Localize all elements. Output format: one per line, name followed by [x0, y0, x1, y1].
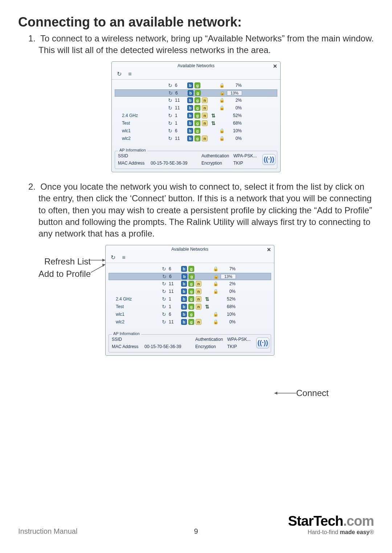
window-title: Available Networks✕	[112, 62, 280, 69]
signal-cell: 52%	[220, 296, 236, 302]
connect-button[interactable]: ((·))	[262, 154, 275, 165]
channel-cell: 11	[174, 136, 187, 141]
close-icon[interactable]: ✕	[267, 247, 271, 253]
step-2: 2. Once you locate the network you wish …	[28, 181, 374, 240]
enc-label: Encryption	[195, 344, 227, 349]
network-row[interactable]: wlc2↻11bg🔒0%	[109, 318, 271, 326]
channel-cell: 1	[174, 113, 187, 118]
available-networks-window: Available Networks✕↻≡↻6bg🔒7%↻6bg🔒13%↻11b…	[111, 61, 281, 172]
mode-g-icon: g	[188, 296, 196, 302]
network-row[interactable]: 2.4 GHz↻1bg⇅52%	[115, 112, 277, 120]
add-to-profile-icon[interactable]: ≡	[120, 254, 127, 261]
callout-connect: Connect	[296, 388, 369, 398]
mode-g-icon: g	[195, 120, 202, 126]
rescan-icon: ↻	[167, 90, 175, 96]
close-icon[interactable]: ✕	[273, 63, 277, 69]
channel-cell: 6	[175, 90, 188, 96]
secure-icon: 🔒	[212, 319, 220, 324]
mode-g-icon: g	[189, 274, 196, 279]
network-row[interactable]: ↻11bg🔒0%	[109, 288, 271, 295]
window-title: Available Networks✕	[106, 245, 274, 253]
channel-cell: 11	[168, 281, 181, 286]
network-row[interactable]: ↻6bg🔒13%	[115, 89, 277, 97]
network-row[interactable]: ↻11bg🔒0%	[115, 104, 277, 112]
mode-g-icon: g	[195, 90, 202, 96]
mode-b-icon: b	[187, 113, 195, 118]
rescan-icon: ↻	[166, 105, 174, 111]
ssid-cell: Test	[115, 121, 166, 126]
signal-cell: 13%	[220, 274, 237, 279]
network-row[interactable]: wlc1↻6bg🔒10%	[115, 127, 277, 135]
secure-icon: 🔒	[218, 98, 226, 103]
mode-b-icon: b	[187, 120, 195, 126]
network-row[interactable]: ↻11bg🔒2%	[115, 97, 277, 104]
channel-cell: 6	[168, 312, 181, 317]
mode-g-icon: g	[188, 288, 196, 294]
signal-cell: 10%	[226, 128, 242, 133]
network-row[interactable]: Test↻1bg⇅68%	[109, 303, 271, 311]
signal-cell: 13%	[226, 90, 243, 96]
channel-cell: 1	[174, 121, 187, 126]
auth-label: Authentication	[201, 153, 233, 158]
connected-icon: ⇅	[209, 120, 218, 126]
enc-value: TKIP	[227, 344, 256, 349]
secure-icon: 🔒	[218, 83, 226, 88]
network-row[interactable]: ↻11bg🔒2%	[109, 280, 271, 288]
ssid-cell: wlc2	[115, 136, 166, 141]
mac-value: 00-15-70-5E-36-39	[144, 344, 195, 349]
network-row[interactable]: wlc1↻6bg🔒10%	[109, 311, 271, 318]
auth-value: WPA-PSK...	[227, 337, 256, 342]
rescan-icon: ↻	[166, 97, 174, 103]
mode-g-icon: g	[195, 136, 202, 141]
mac-label: MAC Address	[112, 344, 144, 349]
mode-n-icon	[196, 281, 203, 287]
mode-g-icon: g	[195, 113, 202, 118]
mode-b-icon: b	[181, 319, 188, 325]
step-1-text: To connect to a wireless network, bring …	[38, 33, 374, 55]
add-to-profile-icon[interactable]: ≡	[126, 70, 134, 78]
rescan-icon: ↻	[160, 296, 168, 302]
rescan-icon: ↻	[160, 281, 168, 287]
signal-cell: 68%	[220, 304, 236, 309]
connect-button[interactable]: ((·))	[256, 338, 269, 348]
brand-name: StarTech	[288, 513, 343, 529]
secure-icon: 🔒	[218, 105, 226, 110]
step-2-number: 2.	[28, 182, 36, 191]
mode-g-icon: g	[188, 319, 196, 325]
secure-icon: 🔒	[218, 136, 226, 141]
secure-icon: 🔒	[212, 274, 220, 279]
mode-g-icon: g	[188, 311, 196, 317]
svg-marker-5	[274, 392, 277, 395]
refresh-icon[interactable]: ↻	[109, 254, 117, 261]
auth-label: Authentication	[195, 337, 227, 342]
brand-dotcom: .com	[343, 513, 374, 529]
enc-value: TKIP	[233, 161, 262, 166]
signal-cell: 0%	[220, 289, 236, 294]
channel-cell: 11	[174, 105, 187, 110]
network-row[interactable]: Test↻1bg⇅68%	[115, 120, 277, 127]
network-row[interactable]: ↻6bg🔒7%	[109, 265, 271, 273]
secure-icon: 🔒	[212, 289, 220, 294]
tagline-b: made easy	[340, 529, 369, 535]
mac-value: 00-15-70-5E-36-39	[151, 161, 201, 166]
signal-cell: 0%	[220, 319, 236, 324]
network-row[interactable]: 2.4 GHz↻1bg⇅52%	[109, 295, 271, 303]
network-row[interactable]: ↻6bg🔒7%	[115, 82, 277, 89]
signal-cell: 68%	[226, 121, 242, 126]
mode-g-icon: g	[195, 97, 202, 103]
signal-cell: 7%	[226, 83, 242, 88]
mode-g-icon: g	[195, 105, 202, 111]
ssid-label: SSID	[112, 337, 144, 342]
mode-b-icon: b	[188, 90, 195, 96]
network-row[interactable]: wlc2↻11bg🔒0%	[115, 135, 277, 142]
channel-cell: 1	[168, 304, 181, 309]
ssid-cell: 2.4 GHz	[109, 296, 160, 302]
mode-g-icon: g	[195, 82, 202, 88]
rescan-icon: ↻	[166, 136, 174, 141]
network-row[interactable]: ↻6bg🔒13%	[109, 273, 271, 280]
rescan-icon: ↻	[166, 82, 174, 88]
rescan-icon: ↻	[160, 274, 168, 279]
ap-information-panel: AP InformationSSIDAuthenticationWPA-PSK.…	[109, 334, 271, 352]
refresh-icon[interactable]: ↻	[115, 70, 123, 78]
channel-cell: 6	[174, 128, 187, 133]
